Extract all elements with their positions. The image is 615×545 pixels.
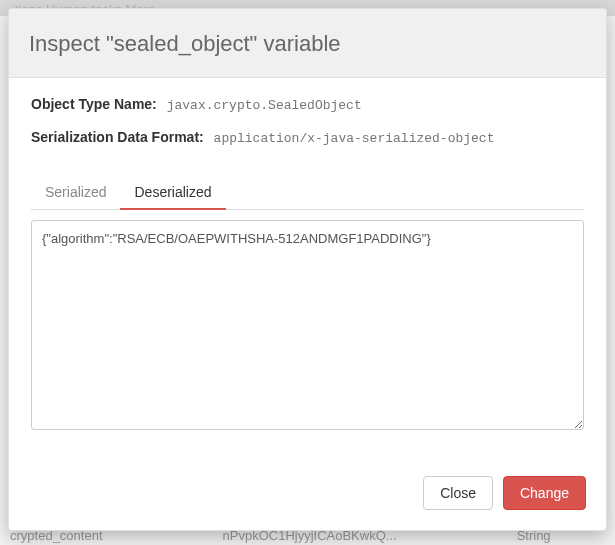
modal-title: Inspect "sealed_object" variable <box>29 31 586 57</box>
change-button[interactable]: Change <box>503 476 586 510</box>
object-type-value: javax.crypto.SealedObject <box>167 98 362 113</box>
modal-footer: Close Change <box>9 460 606 530</box>
modal-body: Object Type Name: javax.crypto.SealedObj… <box>9 78 606 460</box>
object-type-label: Object Type Name: <box>31 96 157 112</box>
inspect-variable-modal: Inspect "sealed_object" variable Object … <box>8 8 607 531</box>
close-button[interactable]: Close <box>423 476 493 510</box>
object-type-row: Object Type Name: javax.crypto.SealedObj… <box>31 96 584 113</box>
tab-bar: Serialized Deserialized <box>31 176 584 210</box>
deserialized-content-textarea[interactable] <box>31 220 584 430</box>
serialization-format-label: Serialization Data Format: <box>31 129 204 145</box>
tab-serialized[interactable]: Serialized <box>31 176 120 210</box>
serialization-format-value: application/x-java-serialized-object <box>214 131 495 146</box>
tab-deserialized[interactable]: Deserialized <box>120 176 225 210</box>
tab-content-area <box>31 220 584 450</box>
serialization-format-row: Serialization Data Format: application/x… <box>31 129 584 146</box>
modal-header: Inspect "sealed_object" variable <box>9 9 606 78</box>
